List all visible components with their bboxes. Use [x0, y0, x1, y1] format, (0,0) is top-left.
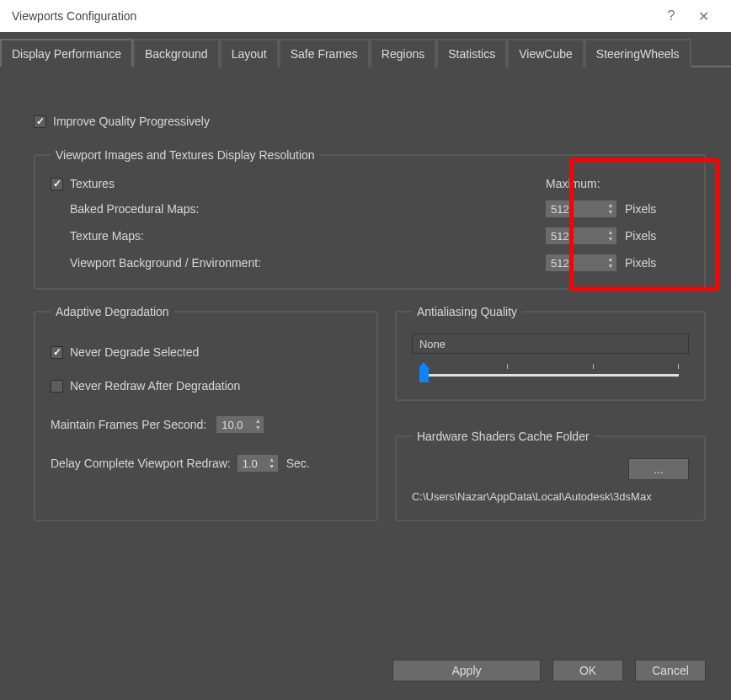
cancel-button[interactable]: Cancel: [635, 660, 706, 681]
pixels-label: Pixels: [625, 229, 656, 243]
cache-legend: Hardware Shaders Cache Folder: [412, 430, 595, 443]
antialiasing-value-display: None: [412, 334, 689, 354]
ok-button[interactable]: OK: [552, 660, 623, 681]
antialiasing-group: Antialiasing Quality None: [395, 305, 706, 401]
adaptive-degradation-group: Adaptive Degradation Never Degrade Selec…: [34, 305, 378, 521]
tab-viewcube[interactable]: ViewCube: [507, 39, 584, 67]
sec-label: Sec.: [286, 457, 310, 470]
titlebar: Viewports Configuration ? ✕: [0, 0, 731, 32]
bg-env-label: Viewport Background / Environment:: [70, 256, 546, 270]
cache-folder-group: Hardware Shaders Cache Folder ... C:\Use…: [395, 430, 706, 521]
help-button[interactable]: ?: [655, 8, 687, 24]
texture-maps-value: 512: [546, 227, 605, 244]
never-degrade-checkbox[interactable]: [51, 346, 63, 359]
maximum-label: Maximum:: [546, 177, 600, 190]
tab-background[interactable]: Background: [133, 39, 220, 67]
bg-env-value: 512: [546, 254, 605, 271]
delay-redraw-label: Delay Complete Viewport Redraw:: [51, 457, 231, 470]
tab-safe-frames[interactable]: Safe Frames: [279, 39, 370, 67]
delay-redraw-value: 1.0: [237, 455, 266, 472]
adaptive-legend: Adaptive Degradation: [51, 305, 174, 318]
improve-quality-checkbox[interactable]: [34, 115, 46, 128]
tab-bar: Display Performance Background Layout Sa…: [0, 32, 731, 67]
tab-layout[interactable]: Layout: [220, 39, 279, 67]
apply-button[interactable]: Apply: [392, 660, 541, 681]
never-redraw-label: Never Redraw After Degradation: [70, 379, 240, 393]
spinner-arrows-icon[interactable]: ▲▼: [252, 416, 264, 433]
delay-redraw-spinner[interactable]: 1.0 ▲▼: [237, 455, 278, 472]
close-button[interactable]: ✕: [687, 8, 719, 24]
spinner-arrows-icon[interactable]: ▲▼: [605, 254, 616, 271]
maintain-fps-value: 10.0: [216, 416, 252, 433]
tab-statistics[interactable]: Statistics: [436, 39, 507, 67]
maintain-fps-label: Maintain Frames Per Second:: [51, 418, 206, 431]
antialiasing-value: None: [419, 338, 446, 350]
antialiasing-slider[interactable]: [412, 364, 689, 382]
spinner-arrows-icon[interactable]: ▲▼: [605, 227, 616, 244]
pixels-label: Pixels: [625, 256, 656, 270]
textures-label: Textures: [70, 177, 546, 190]
spinner-arrows-icon[interactable]: ▲▼: [266, 455, 278, 472]
dialog-button-bar: Apply OK Cancel: [392, 660, 706, 681]
slider-thumb[interactable]: [419, 367, 429, 382]
never-redraw-checkbox[interactable]: [51, 380, 63, 393]
antialiasing-legend: Antialiasing Quality: [412, 305, 522, 318]
tab-display-performance[interactable]: Display Performance: [0, 39, 133, 67]
never-degrade-label: Never Degrade Selected: [70, 345, 199, 359]
texture-maps-spinner[interactable]: 512 ▲▼: [546, 227, 616, 244]
resolution-group: Viewport Images and Textures Display Res…: [34, 148, 706, 290]
baked-maps-label: Baked Procedural Maps:: [70, 202, 546, 216]
bg-env-spinner[interactable]: 512 ▲▼: [546, 254, 616, 271]
spinner-arrows-icon[interactable]: ▲▼: [605, 200, 616, 217]
baked-maps-spinner[interactable]: 512 ▲▼: [546, 200, 616, 217]
cache-path: C:\Users\Nazar\AppData\Local\Autodesk\3d…: [412, 490, 689, 503]
texture-maps-label: Texture Maps:: [70, 229, 546, 243]
maintain-fps-spinner[interactable]: 10.0 ▲▼: [216, 416, 264, 433]
tab-regions[interactable]: Regions: [370, 39, 436, 67]
browse-cache-button[interactable]: ...: [628, 458, 689, 480]
window-title: Viewports Configuration: [12, 9, 136, 23]
textures-checkbox[interactable]: [51, 178, 63, 190]
resolution-legend: Viewport Images and Textures Display Res…: [51, 148, 320, 162]
improve-quality-label: Improve Quality Progressively: [53, 115, 210, 128]
tab-steering-wheels[interactable]: SteeringWheels: [584, 39, 691, 67]
baked-maps-value: 512: [546, 200, 605, 217]
pixels-label: Pixels: [625, 202, 656, 216]
